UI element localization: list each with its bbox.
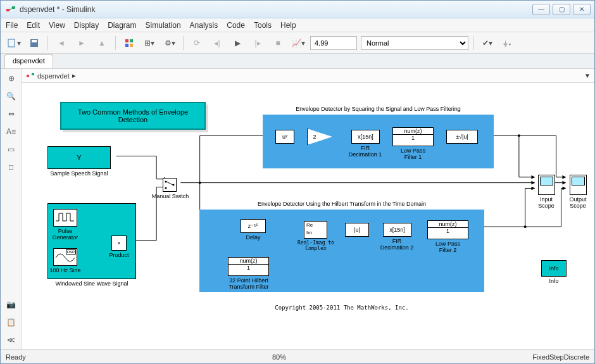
simulink-window: dspenvdet * - Simulink — ▢ ✕ File Edit V… [0,0,595,364]
save-icon [30,39,39,47]
menu-code[interactable]: Code [227,21,245,30]
menu-view[interactable]: View [49,21,65,30]
svg-point-15 [524,225,527,228]
fir-decimation-1-block[interactable]: x[15n] [351,130,380,144]
pulse-generator-block[interactable] [53,209,77,227]
product-block[interactable]: × [111,235,127,251]
svg-rect-1 [12,6,15,9]
menu-help[interactable]: Help [280,21,296,30]
model-explorer-button[interactable]: ⊞▾ [141,35,158,51]
info-block[interactable]: Info [541,260,567,277]
menu-file[interactable]: File [6,21,18,30]
toolbar-separator [47,36,48,50]
update-diagram-button[interactable]: ⟳ [189,35,205,51]
breadcrumb-model[interactable]: dspenvdet [37,72,70,80]
body: ⊕ 🔍 ⇔ A≡ ▭ □ 📷 📋 ≪ dspenvdet ▸ ▼ [1,69,594,349]
annotation-icon[interactable]: A≡ [4,125,18,139]
dsp-badge: DSP [66,249,76,254]
chevron-right-icon: ▸ [72,72,76,80]
model-config-button[interactable]: ⚙▾ [161,35,178,51]
window-title: dspenvdet * - Simulink [20,5,532,14]
lpf1-label: Low Pass Filter 1 [392,147,434,160]
library-browser-button[interactable] [121,35,137,51]
delay-block[interactable]: z⁻¹⁶ [241,219,266,233]
zoom-fit-icon[interactable]: 🔍 [4,89,18,103]
output-scope-label: Output Scope [565,196,591,209]
canvas[interactable]: Two Common Methods of Envelope Detection… [22,83,594,349]
input-scope-block[interactable] [538,175,555,195]
svg-point-12 [199,182,201,184]
annotations-icon[interactable]: 📋 [4,315,18,329]
new-model-button[interactable]: ▾ [6,35,22,51]
output-scope-block[interactable] [570,175,587,195]
screenshot-icon[interactable]: 📷 [4,298,18,311]
manual-switch-block[interactable] [163,178,177,192]
menubar: File Edit View Display Diagram Simulatio… [1,18,594,32]
breadcrumb-dropdown[interactable]: ▼ [584,72,591,79]
close-button[interactable]: ✕ [573,4,591,15]
svg-rect-0 [6,9,9,11]
svg-rect-5 [32,40,37,42]
svg-rect-6 [125,39,128,42]
breadcrumb: dspenvdet ▸ ▼ [22,69,594,83]
fir-dec1-label: FIR Decimation 1 [346,145,384,158]
maximize-button[interactable]: ▢ [553,4,570,15]
hilbert-label: 32 Point Hilbert Transform Filter [223,277,274,290]
copyright-text: Copyright 2005-2011 The MathWorks, Inc. [199,304,484,311]
hilbert-filter-block[interactable]: num(z) 1 [228,257,269,276]
svg-line-19 [166,182,173,185]
model-advisor-button[interactable]: ✔▾ [479,35,496,51]
square-block[interactable]: u² [275,130,294,144]
run-button[interactable]: ▶ [229,35,246,51]
fit-to-view-icon[interactable]: ⇔ [4,107,18,121]
simulink-icon [6,4,16,15]
new-icon [7,38,17,48]
step-back-button[interactable]: ◂| [209,35,225,51]
up-button[interactable]: ▲ [94,35,110,51]
svg-rect-10 [27,75,29,77]
data-inspector-button[interactable]: 📈▾ [290,35,306,51]
menu-simulation[interactable]: Simulation [146,21,181,30]
model-tab[interactable]: dspenvdet [4,54,53,68]
sample-speech-signal-block[interactable]: Y [47,146,111,169]
menu-tools[interactable]: Tools [254,21,272,30]
fir-dec2-label: FIR Decimation 2 [378,238,416,251]
forward-button[interactable]: ► [73,35,90,51]
r2c-label: Real-Imag to Complex [296,240,336,251]
area-icon[interactable]: ▭ [4,142,18,156]
abs-block[interactable]: |u| [345,223,369,237]
svg-rect-3 [8,39,15,47]
simulation-mode-select[interactable]: Normal [361,36,468,50]
statusbar: Ready 80% FixedStepDiscrete [1,349,594,363]
window-controls: — ▢ ✕ [532,4,591,15]
lpf2-label: Low Pass Filter 2 [427,241,468,253]
sub1-title: Envelope Detector by Squaring the Signal… [263,106,494,112]
menu-diagram[interactable]: Diagram [108,21,136,30]
sub2-title: Envelope Detector Using the Hilbert Tran… [199,201,484,207]
fir-decimation-2-block[interactable]: x[15n] [383,223,411,237]
minimize-button[interactable]: — [532,4,550,15]
nav-expand-icon[interactable]: ⊕ [4,72,18,85]
step-forward-button[interactable]: |▸ [249,35,266,51]
windowed-sine-subsystem[interactable]: Pulse Generator DSP 100 Hz Sine × Produc… [47,203,136,279]
sqrt-block[interactable]: ±√|u| [446,130,478,144]
real-imag-to-complex-block[interactable]: Re Im [304,221,327,239]
highlight-icon[interactable]: ≪ [4,333,18,347]
menu-analysis[interactable]: Analysis [190,21,218,30]
menu-display[interactable]: Display [74,21,99,30]
back-button[interactable]: ◄ [53,35,70,51]
viewmark-icon[interactable]: □ [4,160,18,174]
save-button[interactable] [26,35,42,51]
build-button[interactable]: ⏚▾ [499,35,516,51]
title-annotation[interactable]: Two Common Methods of Envelope Detection [60,102,206,130]
stop-button[interactable]: ■ [270,35,286,51]
stop-time-field[interactable] [310,36,357,50]
toolbar-separator [115,36,116,50]
sine-block[interactable]: DSP [53,248,77,266]
canvas-area: dspenvdet ▸ ▼ [22,69,594,349]
menu-edit[interactable]: Edit [27,21,40,30]
low-pass-filter-1-block[interactable]: num(z) 1 [392,127,434,146]
low-pass-filter-2-block[interactable]: num(z) 1 [427,220,468,239]
svg-rect-11 [32,73,34,75]
svg-line-2 [9,8,12,10]
